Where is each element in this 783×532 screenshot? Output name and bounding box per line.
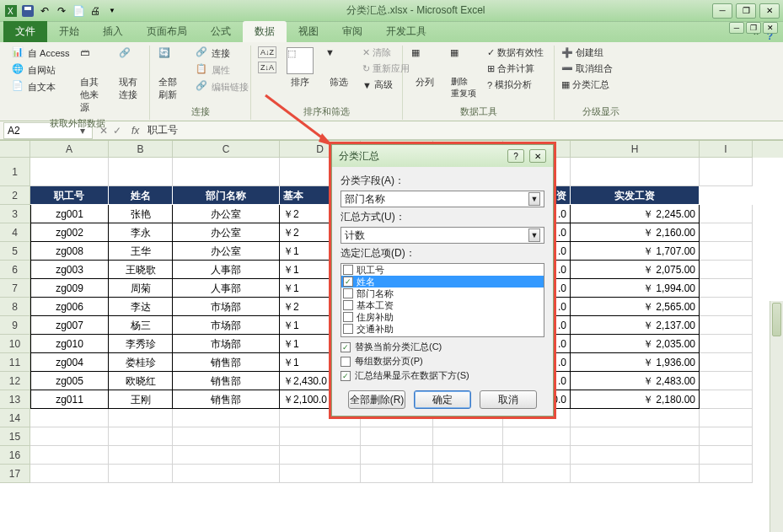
checkbox[interactable]: ✓: [343, 277, 353, 287]
checkbox[interactable]: [343, 324, 353, 334]
cell-id[interactable]: zg002: [30, 223, 109, 242]
edit-links-button[interactable]: 🔗编辑链接: [194, 79, 250, 94]
remove-dup-button[interactable]: ▦删除重复项: [447, 46, 480, 101]
cell-dept[interactable]: 办公室: [173, 242, 280, 261]
row-header[interactable]: 17: [0, 465, 30, 483]
qat-extra2-icon[interactable]: 🖨: [88, 3, 103, 19]
row-header[interactable]: 10: [0, 335, 30, 353]
cell-id[interactable]: zg005: [30, 372, 109, 390]
sort-button[interactable]: ⬚排序: [283, 46, 317, 90]
wb-minimize-button[interactable]: ─: [729, 22, 744, 34]
scrollbar-thumb[interactable]: [772, 303, 781, 336]
vertical-scrollbar[interactable]: [770, 301, 783, 532]
row-header[interactable]: 11: [0, 353, 30, 372]
cell-id[interactable]: zg006: [30, 298, 109, 316]
cell-pay[interactable]: ￥ 1,707.00: [571, 242, 700, 261]
cell-id[interactable]: zg010: [30, 335, 109, 353]
col-header-H[interactable]: H: [571, 141, 700, 158]
group-button[interactable]: ➕创建组: [560, 46, 614, 60]
cell-name[interactable]: 周菊: [109, 279, 173, 298]
restore-button[interactable]: ❐: [736, 3, 756, 19]
option-checkbox[interactable]: ✓替换当前分类汇总(C): [341, 340, 544, 354]
checkbox[interactable]: ✓: [341, 342, 351, 352]
cell-dept[interactable]: 销售部: [173, 353, 280, 372]
wb-restore-button[interactable]: ❐: [746, 22, 761, 34]
checkbox[interactable]: [343, 288, 353, 298]
cell-name[interactable]: 张艳: [109, 205, 173, 223]
list-item[interactable]: 职工号: [341, 264, 544, 276]
cell-dept[interactable]: 销售部: [173, 372, 280, 390]
list-item[interactable]: ✓姓名: [341, 276, 544, 287]
cell-pay[interactable]: ￥ 2,565.00: [571, 298, 700, 316]
list-item[interactable]: 基本工资: [341, 299, 544, 311]
tab-formulas[interactable]: 公式: [199, 21, 243, 42]
checkbox[interactable]: [343, 300, 353, 310]
col-header-B[interactable]: B: [109, 141, 173, 158]
ok-button[interactable]: 确定: [414, 390, 471, 409]
checkbox[interactable]: ✓: [341, 371, 351, 381]
list-item[interactable]: 部门名称: [341, 287, 544, 299]
checkbox[interactable]: [343, 265, 353, 275]
th-pay[interactable]: 实发工资: [571, 186, 700, 205]
tab-view[interactable]: 视图: [287, 21, 330, 42]
tab-developer[interactable]: 开发工具: [374, 21, 438, 42]
cell-pay[interactable]: ￥ 2,160.00: [571, 223, 700, 242]
cell-pay[interactable]: ￥ 2,035.00: [571, 335, 700, 353]
dialog-titlebar[interactable]: 分类汇总 ? ✕: [332, 145, 553, 167]
data-validation-button[interactable]: ✓数据有效性: [485, 46, 545, 60]
dialog-close-button[interactable]: ✕: [529, 149, 546, 163]
cell-dept[interactable]: 市场部: [173, 316, 280, 335]
tab-data[interactable]: 数据: [243, 21, 287, 42]
sort-desc-button[interactable]: Z↓A: [256, 61, 278, 74]
minimize-button[interactable]: ─: [712, 3, 732, 19]
cell-pay[interactable]: ￥ 2,075.00: [571, 261, 700, 279]
items-listbox[interactable]: 职工号✓姓名部门名称基本工资住房补助交通补助: [341, 263, 544, 337]
row-header[interactable]: 8: [0, 298, 30, 316]
from-text-button[interactable]: 📄自文本: [10, 79, 72, 94]
col-header-I[interactable]: I: [700, 141, 753, 158]
tab-home[interactable]: 开始: [47, 21, 91, 42]
tab-file[interactable]: 文件: [3, 21, 47, 42]
cell-id[interactable]: zg009: [30, 279, 109, 298]
cell-name[interactable]: 李达: [109, 298, 173, 316]
row-header[interactable]: 6: [0, 261, 30, 279]
row-header[interactable]: 14: [0, 409, 30, 427]
ungroup-button[interactable]: ➖取消组合: [560, 62, 614, 76]
close-button[interactable]: ✕: [759, 3, 780, 19]
cell-id[interactable]: zg003: [30, 261, 109, 279]
cell-dept[interactable]: 市场部: [173, 298, 280, 316]
th-id[interactable]: 职工号: [30, 186, 109, 205]
cell-id[interactable]: zg008: [30, 242, 109, 261]
cell-pay[interactable]: ￥ 2,180.00: [571, 390, 700, 409]
wb-close-button[interactable]: ✕: [763, 22, 778, 34]
func-select[interactable]: 计数 ▼: [341, 227, 544, 244]
cell-id[interactable]: zg004: [30, 353, 109, 372]
cell-name[interactable]: 欧晓红: [109, 372, 173, 390]
refresh-all-button[interactable]: 🔄全部刷新: [155, 46, 189, 103]
sort-asc-button[interactable]: A↓Z: [256, 46, 278, 59]
row-header[interactable]: 9: [0, 316, 30, 335]
consolidate-button[interactable]: ⊞合并计算: [485, 62, 545, 76]
qat-dropdown-icon[interactable]: ▼: [105, 3, 120, 19]
cell-dept[interactable]: 销售部: [173, 390, 280, 409]
cell-dept[interactable]: 人事部: [173, 261, 280, 279]
option-checkbox[interactable]: 每组数据分页(P): [341, 354, 544, 368]
properties-button[interactable]: 📋属性: [194, 62, 250, 78]
row-header[interactable]: 13: [0, 390, 30, 409]
from-other-button[interactable]: 🗃自其他来源: [77, 46, 110, 116]
from-web-button[interactable]: 🌐自网站: [10, 62, 72, 78]
cell-name[interactable]: 李秀珍: [109, 335, 173, 353]
undo-icon[interactable]: ↶: [37, 3, 52, 19]
qat-extra1-icon[interactable]: 📄: [71, 3, 86, 19]
row-header[interactable]: 12: [0, 372, 30, 390]
row-header[interactable]: 16: [0, 446, 30, 465]
existing-conn-button[interactable]: 🔗现有连接: [115, 46, 149, 103]
cell-name[interactable]: 王华: [109, 242, 173, 261]
tab-layout[interactable]: 页面布局: [135, 21, 199, 42]
cell-dept[interactable]: 人事部: [173, 279, 280, 298]
cell-pay[interactable]: ￥ 2,245.00: [571, 205, 700, 223]
tab-insert[interactable]: 插入: [91, 21, 135, 42]
cell-name[interactable]: 王刚: [109, 390, 173, 409]
cell-id[interactable]: zg001: [30, 205, 109, 223]
row-header[interactable]: 2: [0, 186, 30, 205]
